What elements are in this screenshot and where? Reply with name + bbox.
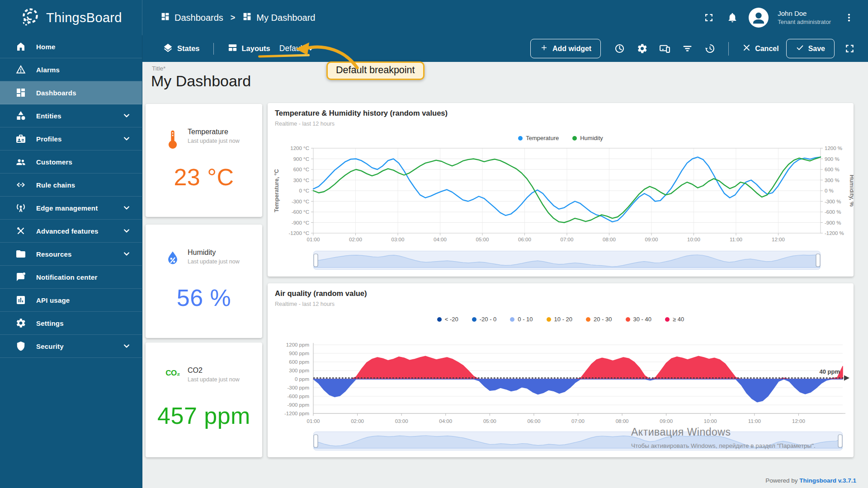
dashboard-content: Title* My Dashboard Temperature Last upd… bbox=[142, 62, 868, 488]
cancel-button[interactable]: Cancel bbox=[737, 39, 784, 58]
thermometer-icon bbox=[165, 127, 181, 151]
resources-icon bbox=[15, 249, 26, 259]
svg-text:-600 ppm: -600 ppm bbox=[287, 394, 309, 399]
dashboards-grid-icon bbox=[242, 12, 252, 23]
save-button[interactable]: Save bbox=[786, 39, 835, 58]
sidebar-item-resources[interactable]: Resources bbox=[0, 243, 142, 266]
profiles-icon bbox=[15, 133, 26, 144]
range-handle-right[interactable] bbox=[838, 435, 842, 447]
legend-item[interactable]: Humidity bbox=[572, 135, 603, 141]
svg-text:1200 %: 1200 % bbox=[825, 145, 842, 151]
breadcrumb-current-dashboard[interactable]: My Dashboard bbox=[242, 12, 315, 23]
fullscreen-icon[interactable] bbox=[699, 8, 719, 28]
sidebar-item-notification-center[interactable]: Notification center bbox=[0, 266, 142, 289]
temperature-widget-card[interactable]: Temperature Last update just now 23 °C bbox=[146, 104, 262, 217]
manage-layouts-devices-icon[interactable] bbox=[654, 38, 675, 59]
svg-text:-300 ppm: -300 ppm bbox=[287, 385, 309, 390]
svg-text:03:00: 03:00 bbox=[392, 237, 405, 242]
humidity-widget-card[interactable]: Humidity Last update just now 56 % bbox=[146, 225, 262, 338]
legend-dot bbox=[510, 317, 514, 322]
default-breakpoint-callout: Default breakpoint bbox=[326, 61, 425, 80]
range-handle-left[interactable] bbox=[314, 254, 318, 267]
svg-text:11:00: 11:00 bbox=[730, 237, 742, 242]
powered-by: Powered by Thingsboard v.3.7.1 bbox=[765, 477, 856, 484]
svg-text:-900 °C: -900 °C bbox=[292, 220, 309, 225]
thingsboard-app: ThingsBoard Dashboards > My Dashboard bbox=[0, 0, 868, 488]
kebab-menu-icon[interactable] bbox=[839, 8, 859, 28]
thingsboard-version-link[interactable]: Thingsboard v.3.7.1 bbox=[799, 477, 856, 484]
legend-item[interactable]: 0 - 10 bbox=[510, 316, 533, 323]
sidebar-item-profiles[interactable]: Profiles bbox=[0, 127, 142, 150]
co2-value: 457 ppm bbox=[146, 402, 262, 429]
entities-icon bbox=[15, 110, 26, 121]
area-chart-plot[interactable]: 1200 ppm900 ppm600 ppm300 ppm0 ppm-300 p… bbox=[268, 334, 854, 431]
chevron-down-icon bbox=[122, 134, 131, 143]
sidebar-nav: HomeAlarmsDashboardsEntitiesProfilesCust… bbox=[0, 35, 142, 488]
sidebar-item-settings[interactable]: Settings bbox=[0, 312, 142, 335]
legend-item[interactable]: -20 - 0 bbox=[472, 316, 497, 323]
sidebar-item-dashboards[interactable]: Dashboards bbox=[0, 81, 142, 104]
chevron-down-icon bbox=[122, 203, 131, 212]
sidebar-item-entities[interactable]: Entities bbox=[0, 104, 142, 127]
svg-text:900 ppm: 900 ppm bbox=[289, 351, 309, 356]
timewindow-clock-icon[interactable] bbox=[609, 38, 630, 59]
time-range-selector[interactable] bbox=[313, 251, 821, 270]
svg-text:05:00: 05:00 bbox=[483, 418, 496, 424]
sidebar-item-security[interactable]: Security bbox=[0, 335, 142, 358]
range-handle-left[interactable] bbox=[314, 435, 318, 447]
user-info[interactable]: John Doe Tenant administrator bbox=[778, 9, 831, 26]
widget-title: Humidity bbox=[188, 248, 240, 257]
legend-item[interactable]: 30 - 40 bbox=[626, 316, 651, 323]
filter-icon[interactable] bbox=[677, 38, 698, 59]
expand-fullscreen-icon[interactable] bbox=[839, 38, 860, 59]
legend-item[interactable]: Temperature bbox=[518, 135, 559, 141]
svg-text:900 %: 900 % bbox=[825, 156, 840, 162]
svg-text:1200 °C: 1200 °C bbox=[290, 145, 309, 151]
thingsboard-logo-icon bbox=[20, 6, 41, 29]
toolbar-right: Add widget Cancel bbox=[530, 38, 868, 59]
widget-subtitle: Last update just now bbox=[188, 376, 240, 383]
user-avatar[interactable] bbox=[749, 8, 769, 28]
sidebar-item-advanced-features[interactable]: Advanced features bbox=[0, 220, 142, 243]
co2-widget-card[interactable]: CO₂ CO2 Last update just now 457 ppm bbox=[146, 343, 262, 457]
legend-item[interactable]: ≥ 40 bbox=[665, 316, 684, 323]
add-widget-button[interactable]: Add widget bbox=[530, 39, 601, 58]
edge-management-icon bbox=[15, 202, 26, 213]
dashboard-title-input[interactable]: My Dashboard bbox=[151, 72, 251, 90]
time-range-selector[interactable] bbox=[313, 432, 843, 450]
sidebar-item-rule-chains[interactable]: Rule chains bbox=[0, 174, 142, 197]
widget-subtitle: Last update just now bbox=[188, 258, 240, 265]
legend-dot bbox=[665, 317, 670, 322]
sidebar-item-alarms[interactable]: Alarms bbox=[0, 58, 142, 81]
svg-text:600 ppm: 600 ppm bbox=[289, 359, 309, 365]
states-button[interactable]: States bbox=[159, 40, 203, 57]
legend-item[interactable]: 20 - 30 bbox=[586, 316, 612, 323]
widget-title: CO2 bbox=[188, 366, 240, 375]
version-history-icon[interactable] bbox=[699, 38, 720, 59]
svg-text:300 ppm: 300 ppm bbox=[289, 368, 309, 373]
svg-text:08:00: 08:00 bbox=[616, 418, 629, 424]
sidebar-item-customers[interactable]: Customers bbox=[0, 150, 142, 174]
air-quality-chart-card[interactable]: Air quality (random value) Realtime - la… bbox=[268, 283, 854, 457]
legend-item[interactable]: 10 - 20 bbox=[547, 316, 572, 323]
temperature-humidity-chart-card[interactable]: Temperature & Humidity history (random v… bbox=[268, 103, 854, 277]
layout-breakpoint-dropdown[interactable]: Default bbox=[278, 41, 315, 56]
sidebar-item-label: Home bbox=[36, 43, 55, 51]
svg-text:03:00: 03:00 bbox=[395, 418, 408, 424]
range-handle-right[interactable] bbox=[816, 254, 820, 267]
svg-text:0 ppm: 0 ppm bbox=[295, 376, 309, 382]
line-chart-plot[interactable]: 1200 °C1200 %900 °C900 %600 °C600 %300 °… bbox=[268, 143, 854, 251]
dashboards-icon bbox=[15, 87, 26, 98]
svg-text:-300 %: -300 % bbox=[825, 199, 841, 204]
breadcrumb-dashboards[interactable]: Dashboards bbox=[160, 12, 223, 23]
notifications-bell-icon[interactable] bbox=[722, 8, 742, 28]
sidebar-item-edge-management[interactable]: Edge management bbox=[0, 197, 142, 220]
svg-text:11:00: 11:00 bbox=[748, 418, 761, 424]
sidebar-item-api-usage[interactable]: API usage bbox=[0, 289, 142, 312]
legend-item[interactable]: < -20 bbox=[437, 316, 458, 323]
app-logo[interactable]: ThingsBoard bbox=[0, 0, 142, 35]
api-usage-icon bbox=[15, 295, 26, 305]
dashboard-settings-gear-icon[interactable] bbox=[632, 38, 652, 59]
top-header: ThingsBoard Dashboards > My Dashboard bbox=[0, 0, 868, 35]
sidebar-item-home[interactable]: Home bbox=[0, 35, 142, 58]
